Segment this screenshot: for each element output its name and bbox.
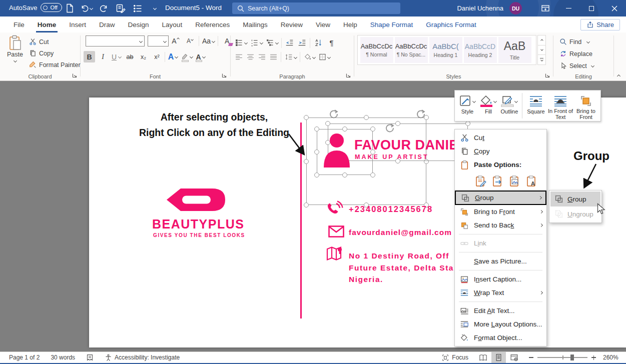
rotate-handle-icon[interactable]: [384, 122, 395, 134]
decrease-indent-button[interactable]: [285, 38, 294, 47]
grow-font-button[interactable]: A: [170, 36, 181, 47]
tab-design[interactable]: Design: [122, 16, 156, 32]
line-spacing-button[interactable]: [284, 53, 297, 61]
style-title[interactable]: AaBTitle: [498, 37, 531, 63]
numbering-button[interactable]: [250, 38, 263, 47]
card-divider-line[interactable]: [300, 122, 302, 318]
brand-logo[interactable]: [166, 186, 227, 214]
subscript-button[interactable]: x₂: [138, 51, 149, 62]
tab-mailings[interactable]: Mailings: [236, 16, 274, 32]
show-formatting-marks-button[interactable]: ¶: [326, 37, 337, 48]
brand-name[interactable]: BEAUTYPLUS: [152, 217, 244, 232]
tab-draw[interactable]: Draw: [93, 16, 122, 32]
submenu-item-group[interactable]: Group: [550, 192, 600, 206]
focus-button[interactable]: Focus: [441, 354, 468, 362]
page-indicator[interactable]: Page 1 of 2: [9, 354, 40, 361]
select-button[interactable]: Select: [559, 60, 594, 71]
in-front-of-text-button[interactable]: In Front of Text: [547, 92, 573, 120]
share-button[interactable]: Share: [580, 19, 620, 30]
zoom-out-icon[interactable]: [529, 357, 533, 358]
editor-icon[interactable]: [115, 2, 127, 15]
styles-scroll-down-icon[interactable]: [537, 46, 546, 56]
card-name[interactable]: FAVOUR DANIEL: [354, 138, 467, 153]
tab-layout[interactable]: Layout: [156, 16, 189, 32]
style-no-spacing[interactable]: AaBbCcDc¶ No Spac...: [395, 37, 428, 63]
strikethrough-button[interactable]: ab: [124, 51, 136, 62]
fill-tool-button[interactable]: Fill: [478, 92, 499, 120]
menu-item-group[interactable]: Group: [455, 190, 546, 205]
font-size-combo[interactable]: [148, 36, 169, 46]
menu-item-edit-alt-text[interactable]: Edit Alt Text...: [455, 304, 546, 318]
format-painter-button[interactable]: Format Painter: [29, 60, 81, 70]
redo-icon[interactable]: [98, 2, 110, 15]
tab-review[interactable]: Review: [274, 16, 309, 32]
tab-file[interactable]: File: [7, 16, 31, 32]
proofing-icon[interactable]: [86, 354, 94, 362]
brand-tagline[interactable]: GIVES YOU THE BEST LOOKS: [153, 232, 245, 238]
paste-keep-text-only-icon[interactable]: A: [525, 174, 539, 188]
undo-icon[interactable]: [81, 2, 93, 15]
web-layout-button[interactable]: [507, 352, 521, 363]
menu-item-cut[interactable]: Cut: [455, 131, 546, 144]
accessibility-status[interactable]: Accessibility: Investigate: [105, 354, 180, 362]
align-left-button[interactable]: [235, 53, 243, 61]
style-heading2[interactable]: AaBbCcDHeading 2: [464, 37, 497, 63]
close-button[interactable]: [603, 0, 626, 16]
increase-indent-button[interactable]: [297, 38, 307, 47]
clipboard-dialog-launcher[interactable]: [72, 72, 78, 79]
tab-graphics-format[interactable]: Graphics Format: [419, 16, 483, 32]
multilevel-list-button[interactable]: [266, 38, 278, 47]
underline-button[interactable]: U: [111, 51, 122, 62]
read-mode-button[interactable]: [476, 352, 490, 363]
text-effects-button[interactable]: A: [167, 51, 179, 62]
new-document-icon[interactable]: [64, 2, 76, 15]
paste-merge-formatting-icon[interactable]: [491, 174, 505, 188]
paragraph-dialog-launcher[interactable]: [345, 72, 352, 79]
bold-button[interactable]: B: [84, 51, 95, 62]
menu-item-insert-caption[interactable]: Insert Caption...: [455, 272, 546, 286]
card-phone[interactable]: +23408012345678: [349, 204, 433, 214]
outline-tool-button[interactable]: Outline: [499, 92, 520, 120]
copy-button[interactable]: Copy: [29, 48, 81, 58]
menu-item-format-object[interactable]: Format Object...: [455, 331, 546, 344]
replace-button[interactable]: Replace: [559, 48, 594, 59]
align-center-button[interactable]: [246, 53, 255, 61]
change-case-button[interactable]: Aa: [202, 36, 215, 47]
menu-item-wrap-text[interactable]: Wrap Text: [455, 286, 546, 300]
cut-button[interactable]: Cut: [29, 36, 81, 47]
paste-keep-source-formatting-icon[interactable]: [474, 174, 488, 188]
user-name[interactable]: Daniel Uchenna: [457, 4, 503, 12]
search-box[interactable]: Search (Alt+Q): [232, 2, 400, 14]
zoom-level[interactable]: 260%: [603, 354, 621, 361]
more-commands-icon[interactable]: [149, 2, 161, 15]
autosave-pill[interactable]: Off: [41, 3, 62, 12]
zoom-in-icon[interactable]: [591, 356, 596, 360]
bulleted-list-icon[interactable]: [132, 2, 144, 15]
tab-view[interactable]: View: [309, 16, 337, 32]
print-layout-button[interactable]: [491, 352, 506, 363]
avatar[interactable]: DU: [509, 2, 522, 14]
tab-shape-format[interactable]: Shape Format: [364, 16, 420, 32]
font-dialog-launcher[interactable]: [221, 72, 228, 79]
autosave-toggle[interactable]: AutoSave Off: [9, 3, 62, 12]
styles-more-icon[interactable]: [537, 55, 546, 65]
zoom-slider[interactable]: [537, 357, 587, 358]
tab-insert[interactable]: Insert: [63, 16, 93, 32]
tab-help[interactable]: Help: [337, 16, 364, 32]
card-address[interactable]: No 1 Destiny Road, Off Future Estate, De…: [349, 250, 454, 286]
find-button[interactable]: Find: [559, 36, 594, 47]
bullets-button[interactable]: [235, 38, 247, 47]
person-icon[interactable]: [322, 132, 352, 170]
shrink-font-button[interactable]: A: [184, 36, 196, 47]
style-normal[interactable]: AaBbCcDc¶ Normal: [360, 37, 393, 63]
paste-button[interactable]: Paste: [4, 35, 26, 71]
align-right-button[interactable]: [258, 53, 266, 61]
card-role[interactable]: MAKE UP ARTIST: [355, 154, 429, 160]
bring-to-front-button[interactable]: Bring to Front: [573, 92, 598, 120]
justify-button[interactable]: [269, 53, 278, 61]
styles-dialog-launcher[interactable]: [544, 72, 551, 79]
menu-item-more-layout-options[interactable]: More Layout Options...: [455, 318, 546, 331]
font-name-combo[interactable]: [86, 36, 145, 46]
menu-item-save-as-picture[interactable]: Save as Picture...: [455, 254, 546, 268]
rotate-handle-icon[interactable]: [415, 108, 426, 120]
